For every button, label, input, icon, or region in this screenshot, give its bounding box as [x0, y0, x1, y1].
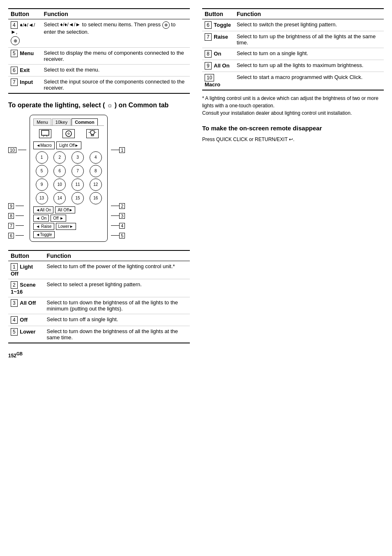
num-btn-7: 7 [71, 165, 84, 177]
btn-num-b5: 5 [11, 328, 18, 336]
remote-alloff-btn: All Off► [55, 206, 75, 213]
btn-label-exit: Exit [20, 67, 30, 73]
remote-raise-lower-row: ◄ Raise Lower► [33, 223, 104, 230]
r7-function: Select to turn up the brightness of all … [234, 31, 384, 48]
tab-common: Common [71, 118, 98, 125]
num-btn-15: 15 [71, 192, 84, 204]
btn-num-b2: 2 [11, 281, 18, 289]
btn-label-alloff: All Off [20, 300, 36, 306]
table-row: 7 Raise Select to turn up the brightness… [202, 31, 384, 48]
r8-function: Select to turn on a single light. [234, 48, 384, 60]
svg-point-5 [90, 130, 95, 134]
row4-function: Select ♦/♦/◄/► to select menu items. The… [42, 19, 190, 48]
remote-lower-btn: Lower► [56, 223, 76, 230]
right-label-4: 4 [111, 221, 127, 230]
bottom-function-table: Button Function 1 Light Off Select to tu… [8, 250, 190, 343]
table-row: 10 Macro Select to start a macro program… [202, 72, 384, 90]
left-table-header-function: Function [42, 9, 190, 19]
num-btn-5: 5 [36, 165, 48, 177]
btn-num-r7: 7 [205, 33, 212, 41]
btn-label-lower: Lower [20, 329, 35, 335]
btn-num-4: 4 [11, 21, 18, 29]
lighting-note: * A lighting control unit is a device wh… [202, 95, 384, 117]
remote-allon-alloff-row: ◄All On All Off► [33, 206, 104, 213]
r10-function: Select to start a macro programmed with … [234, 72, 384, 90]
table-row: 9 All On Select to turn up all the light… [202, 60, 384, 72]
left-label-10: 10 [8, 146, 26, 155]
remote-on-off-row: ◄ On Off ► [33, 215, 104, 222]
btn-label-macro: Macro [205, 81, 220, 88]
num-btn-4: 4 [90, 151, 102, 164]
remote-toggle-btn: ◄Toggle [33, 231, 54, 238]
table-row: 1 Light Off Select to turn off the power… [8, 261, 190, 279]
remote-bottom-btns: ◄All On All Off► ◄ On Off ► ◄ Raise Lowe… [33, 206, 104, 238]
onscreen-section-title: To make the on-screen remote disappear [202, 124, 384, 132]
row6-function: Select to exit the menu. [42, 65, 190, 76]
remote-tabs: Menu 10key Common [33, 118, 104, 126]
btn-label-off: Off [20, 317, 28, 323]
btn-num-5: 5 [11, 50, 18, 57]
btn-label-raise: Raise [214, 34, 228, 40]
tab-10key: 10key [52, 118, 71, 125]
btn-num-b4: 4 [11, 316, 18, 324]
svg-line-7 [95, 130, 95, 130]
num-btn-10: 10 [53, 178, 66, 191]
num-btn-6: 6 [53, 165, 66, 177]
remote-toggle-row: ◄Toggle [33, 231, 104, 238]
table-row: 6 Toggle Select to switch the preset lig… [202, 19, 384, 31]
row7-function: Select the input source of the component… [42, 76, 190, 94]
remote-macro-lightoff-row: ◄Macro Light Off► [33, 141, 104, 149]
remote-raise-btn: ◄ Raise [33, 223, 54, 230]
btn-num-r6: 6 [205, 21, 212, 29]
onscreen-section-text: Press QUICK CLICK or RETURN/EXIT ↩. [202, 136, 384, 143]
num-btn-1: 1 [36, 151, 48, 164]
svg-line-8 [90, 130, 90, 130]
svg-rect-0 [42, 130, 49, 135]
left-table-header-button: Button [8, 9, 42, 19]
btn-num-7: 7 [11, 79, 18, 86]
r6-function: Select to switch the preset lighting pat… [234, 19, 384, 31]
right-label-5: 5 [111, 231, 127, 240]
remote-lightoff-btn: Light Off► [56, 141, 82, 149]
table-row: 5 Lower Select to turn down the brightne… [8, 326, 190, 343]
table-row: 6 Exit Select to exit the menu. [8, 65, 190, 76]
btn-label-toggle: Toggle [214, 22, 231, 28]
btn-num-6: 6 [11, 67, 18, 74]
table-row: 4 Off Select to turn off a single light. [8, 314, 190, 326]
left-label-7: 7 [8, 221, 26, 230]
remote-off-btn: Off ► [51, 215, 66, 222]
tab-menu: Menu [33, 118, 51, 125]
table-row: 3 All Off Select to turn down the bright… [8, 297, 190, 314]
right-function-table: Button Function 6 Toggle Select to switc… [202, 8, 384, 90]
left-label-9: 9 [8, 202, 26, 211]
remote-icon-light [86, 129, 99, 138]
table-row: 7 Input Select the input source of the c… [8, 76, 190, 94]
remote-macro-btn: ◄Macro [33, 141, 55, 149]
lighting-section-title: To operate the lighting, select ( ☼ ) on… [8, 101, 190, 110]
table-row: 8 On Select to turn on a single light. [202, 48, 384, 60]
btn-label-on: On [214, 51, 221, 57]
num-btn-11: 11 [71, 178, 84, 191]
right-table-header-button: Button [202, 9, 234, 19]
remote-icon-disc [62, 129, 75, 138]
right-table-header-function: Function [234, 9, 384, 19]
num-btn-9: 9 [36, 178, 48, 191]
svg-point-4 [68, 133, 69, 134]
num-btn-8: 8 [90, 165, 102, 177]
btn-num-r9: 9 [205, 62, 212, 70]
btn-label-menu: Menu [20, 50, 34, 56]
row5-function: Select to display the menu of components… [42, 48, 190, 65]
remote-on-btn: ◄ On [33, 215, 49, 222]
right-label-2: 2 [111, 202, 127, 211]
btn-num-b3: 3 [11, 299, 18, 307]
num-btn-16: 16 [90, 192, 102, 204]
num-btn-14: 14 [53, 192, 66, 204]
remote-right-labels: 1 2 3 4 5 [111, 146, 127, 243]
btn-num-r8: 8 [205, 50, 212, 58]
remote-allon-btn: ◄All On [33, 206, 53, 213]
left-label-6: 6 [8, 231, 26, 240]
remote-left-labels: 10 9 8 7 6 [8, 146, 26, 243]
num-btn-12: 12 [90, 178, 102, 191]
num-btn-13: 13 [36, 192, 48, 204]
b4-function: Select to turn off a single light. [44, 314, 190, 326]
